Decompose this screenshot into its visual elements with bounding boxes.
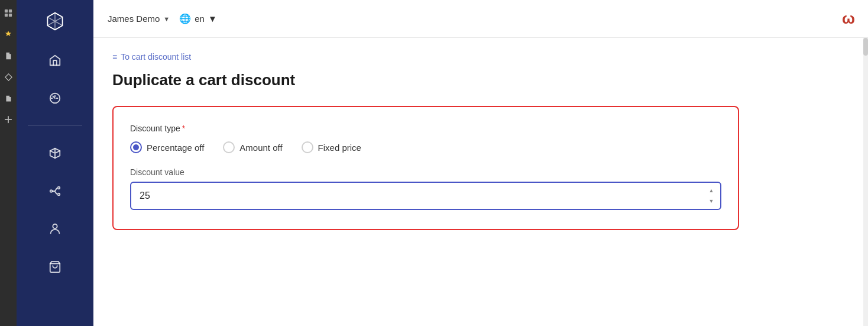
svg-point-7 xyxy=(58,187,60,189)
breadcrumb-list-icon: ≡ xyxy=(112,52,117,62)
radio-option-amount-off[interactable]: Amount off xyxy=(223,141,282,153)
radio-amount-off-label: Amount off xyxy=(239,143,282,153)
radio-fixed-price-label: Fixed price xyxy=(318,143,361,153)
radio-percentage-off-label: Percentage off xyxy=(147,143,204,153)
sidebar-navigation xyxy=(17,50,93,277)
sidebar xyxy=(17,0,93,326)
icon-bar-grid[interactable] xyxy=(2,7,14,19)
icon-bar-diamond[interactable] xyxy=(2,71,14,83)
brand-logo-right: ω xyxy=(842,9,854,28)
required-marker: * xyxy=(182,124,185,133)
radio-percentage-off-indicator xyxy=(130,141,142,153)
page-body: ≡ To cart discount list Duplicate a cart… xyxy=(93,38,868,326)
svg-rect-3 xyxy=(9,14,12,17)
discount-type-label: Discount type * xyxy=(130,124,721,133)
breadcrumb-link[interactable]: To cart discount list xyxy=(121,52,191,62)
svg-rect-2 xyxy=(5,14,8,17)
scrollbar-thumb[interactable] xyxy=(863,38,868,56)
discount-value-input[interactable] xyxy=(130,182,721,210)
icon-bar-plus[interactable] xyxy=(2,114,14,125)
sidebar-item-cart[interactable] xyxy=(44,256,66,277)
svg-rect-0 xyxy=(5,9,8,12)
icon-bar-file[interactable] xyxy=(2,50,14,62)
radio-fixed-price-indicator xyxy=(302,141,313,153)
scrollbar-track xyxy=(863,38,868,326)
language-label: en xyxy=(195,14,205,24)
store-name: James Demo xyxy=(108,14,160,24)
sidebar-item-products[interactable] xyxy=(44,143,66,164)
spinner-up-button[interactable]: ▲ xyxy=(706,186,717,195)
svg-rect-1 xyxy=(9,9,12,12)
store-selector[interactable]: James Demo ▼ xyxy=(108,14,170,24)
icon-bar xyxy=(0,0,17,326)
discount-type-radio-group: Percentage off Amount off Fixed price xyxy=(130,141,721,153)
icon-bar-file2[interactable] xyxy=(2,92,14,104)
icon-bar-star[interactable] xyxy=(2,28,14,40)
spinner-buttons: ▲ ▼ xyxy=(706,186,717,206)
globe-icon: 🌐 xyxy=(179,13,191,24)
page-title: Duplicate a cart discount xyxy=(112,71,849,89)
language-selector[interactable]: 🌐 en ▼ xyxy=(179,13,217,24)
discount-value-label: Discount value xyxy=(130,167,721,177)
discount-value-wrapper: ▲ ▼ xyxy=(130,182,721,210)
sidebar-item-home[interactable] xyxy=(44,50,66,71)
svg-point-9 xyxy=(53,224,57,228)
spinner-down-button[interactable]: ▼ xyxy=(706,196,717,206)
main-content: James Demo ▼ 🌐 en ▼ ω ≡ To cart discount… xyxy=(93,0,868,326)
sidebar-divider xyxy=(28,125,82,126)
breadcrumb: ≡ To cart discount list xyxy=(112,52,849,62)
sidebar-item-dashboard[interactable] xyxy=(44,88,66,109)
sidebar-item-users[interactable] xyxy=(44,218,66,240)
store-chevron-icon: ▼ xyxy=(163,15,170,22)
radio-option-fixed-price[interactable]: Fixed price xyxy=(302,141,361,153)
discount-form-card: Discount type * Percentage off Amount of… xyxy=(112,106,739,230)
radio-option-percentage-off[interactable]: Percentage off xyxy=(130,141,204,153)
sidebar-item-connections[interactable] xyxy=(44,180,66,202)
topbar: James Demo ▼ 🌐 en ▼ ω xyxy=(93,0,868,38)
svg-point-8 xyxy=(58,193,60,196)
svg-marker-4 xyxy=(5,73,11,80)
language-chevron-icon: ▼ xyxy=(208,14,217,24)
radio-amount-off-indicator xyxy=(223,141,235,153)
sidebar-logo[interactable] xyxy=(43,9,67,33)
